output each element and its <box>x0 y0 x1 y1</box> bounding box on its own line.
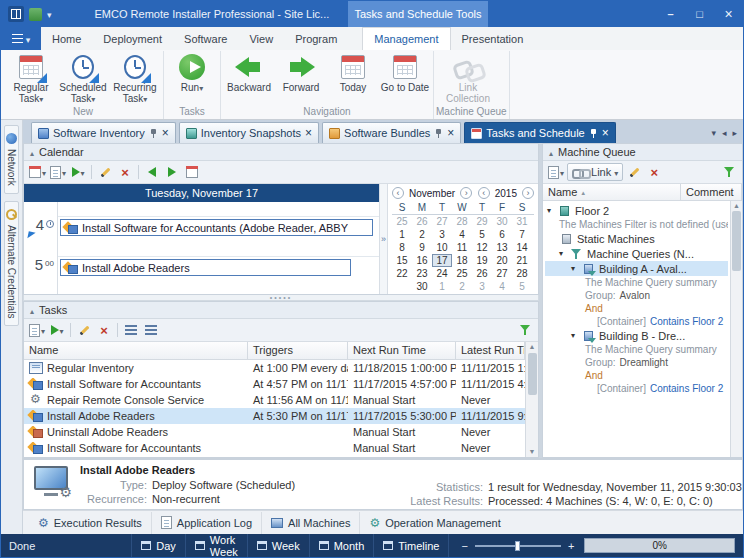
day-cell[interactable]: 10 <box>432 241 452 254</box>
collapse-icon[interactable] <box>30 304 34 316</box>
ribbon-tab-view[interactable]: View <box>238 27 284 50</box>
day-cell[interactable]: 11 <box>452 241 472 254</box>
today-button[interactable]: Today <box>327 51 379 106</box>
delete-task-button[interactable] <box>95 321 113 339</box>
column-header-next-run-time[interactable]: Next Run Time <box>348 342 456 359</box>
day-cell[interactable]: 4 <box>452 228 472 241</box>
day-cell[interactable]: 22 <box>392 267 412 280</box>
day-cell[interactable]: 16 <box>412 254 432 267</box>
delete-button[interactable] <box>116 163 134 181</box>
new-queue-item-button[interactable] <box>547 163 565 181</box>
calendar-backward-button[interactable] <box>143 163 161 181</box>
zoom-in-button[interactable] <box>568 540 574 552</box>
day-cell[interactable]: 13 <box>492 241 512 254</box>
calendar-event[interactable]: Install Software for Accountants (Adobe … <box>60 219 373 236</box>
zoom-slider-thumb[interactable] <box>515 541 520 551</box>
time-slot-area[interactable]: Install Software for Accountants (Adobe … <box>58 202 379 294</box>
link-collection-button[interactable]: Link Collection <box>436 51 500 106</box>
filter-button[interactable] <box>516 321 534 339</box>
day-cell[interactable] <box>392 280 412 293</box>
day-cell[interactable]: 30 <box>412 280 432 293</box>
tab-application-log[interactable]: Application Log <box>151 512 261 534</box>
detail-view-button[interactable] <box>142 321 160 339</box>
table-row[interactable]: Regular Inventory At 1:00 PM every day 1… <box>24 360 525 376</box>
doc-tab-inventory-snapshots[interactable]: Inventory Snapshots <box>179 122 319 143</box>
tree-item-building-a[interactable]: Building A - Aval... <box>545 261 728 276</box>
view-day-button[interactable]: Day <box>131 534 185 557</box>
filter-button[interactable] <box>720 163 738 181</box>
zoom-slider[interactable] <box>475 545 561 547</box>
view-week-button[interactable]: Week <box>247 534 309 557</box>
edit-queue-button[interactable] <box>625 163 643 181</box>
day-cell[interactable]: 30 <box>492 215 512 228</box>
next-month-icon[interactable]: › <box>460 187 472 199</box>
view-timeline-button[interactable]: Timeline <box>373 534 449 557</box>
tree-item-static-machines[interactable]: Static Machines <box>545 231 728 246</box>
ribbon-tab-management[interactable]: Management <box>362 27 450 50</box>
zoom-out-button[interactable] <box>461 540 467 552</box>
day-cell[interactable]: 28 <box>512 267 532 280</box>
collapse-icon[interactable] <box>549 146 553 158</box>
day-cell[interactable]: 28 <box>452 215 472 228</box>
scroll-thumb[interactable] <box>732 211 741 271</box>
calendar-view-button[interactable] <box>49 163 67 181</box>
new-appointment-button[interactable] <box>28 163 47 181</box>
day-cell[interactable]: 3 <box>432 228 452 241</box>
day-cell[interactable]: 29 <box>472 215 492 228</box>
calendar-event[interactable]: Install Adobe Readers <box>60 259 351 276</box>
pin-icon[interactable] <box>589 128 598 139</box>
day-cell[interactable]: 12 <box>472 241 492 254</box>
column-header-triggers[interactable]: Triggers <box>248 342 348 359</box>
tree-item-building-b[interactable]: Building B - Dre... <box>545 328 728 343</box>
table-row[interactable]: Install Software for Accountants At 4:57… <box>24 376 525 392</box>
qat-dropdown-caret-icon[interactable] <box>47 8 52 20</box>
qat-icon[interactable] <box>29 8 42 21</box>
scroll-tabs-right-icon[interactable]: ▸ <box>732 128 737 138</box>
expander-icon[interactable] <box>559 249 569 258</box>
scroll-down-icon[interactable]: ▼ <box>529 448 536 456</box>
day-cell[interactable]: 15 <box>392 254 412 267</box>
pin-icon[interactable] <box>149 128 158 139</box>
day-cell[interactable]: 7 <box>512 228 532 241</box>
calendar-panel-header[interactable]: Calendar <box>24 144 538 161</box>
tree-item-machine-queries[interactable]: Machine Queries (N... <box>545 246 728 261</box>
day-cell[interactable]: 1 <box>392 228 412 241</box>
day-cell[interactable]: 2 <box>452 280 472 293</box>
expander-icon[interactable] <box>571 264 581 273</box>
day-cell[interactable]: 2 <box>412 228 432 241</box>
ribbon-tab-presentation[interactable]: Presentation <box>451 27 535 50</box>
day-cell[interactable]: 26 <box>472 267 492 280</box>
run-task-button[interactable] <box>69 163 87 181</box>
prev-year-icon[interactable]: ‹ <box>478 187 490 199</box>
tasks-panel-header[interactable]: Tasks <box>24 302 538 319</box>
day-cell[interactable]: 1 <box>432 280 452 293</box>
tasks-scrollbar[interactable]: ▲ ▼ <box>525 342 538 457</box>
column-header-name[interactable]: Name <box>543 184 681 200</box>
ribbon-tab-home[interactable]: Home <box>41 27 92 50</box>
prev-month-icon[interactable]: ‹ <box>392 187 404 199</box>
scroll-thumb[interactable] <box>528 353 537 395</box>
day-cell[interactable]: 5 <box>472 228 492 241</box>
ribbon-tab-software[interactable]: Software <box>173 27 238 50</box>
scroll-tabs-left-icon[interactable]: ◂ <box>722 128 727 138</box>
selected-day-cell[interactable]: 17 <box>432 254 452 267</box>
expander-icon[interactable] <box>547 206 557 215</box>
close-tab-icon[interactable] <box>162 127 169 139</box>
column-header-name[interactable]: Name <box>24 342 248 359</box>
day-cell[interactable]: 18 <box>452 254 472 267</box>
doc-tab-software-bundles[interactable]: Software Bundles <box>322 122 461 143</box>
maximize-button[interactable] <box>685 1 714 27</box>
day-cell[interactable]: 19 <box>472 254 492 267</box>
run-task-button[interactable] <box>48 321 66 339</box>
doc-tab-tasks-and-schedule[interactable]: Tasks and Schedule <box>464 122 615 143</box>
day-cell[interactable]: 21 <box>512 254 532 267</box>
go-to-date-button[interactable]: Go to Date <box>379 51 431 106</box>
scroll-up-icon[interactable]: ▲ <box>529 343 536 351</box>
tab-execution-results[interactable]: Execution Results <box>29 512 151 534</box>
day-cell[interactable]: 26 <box>412 215 432 228</box>
next-year-icon[interactable]: › <box>522 187 534 199</box>
view-work-week-button[interactable]: Work Week <box>185 534 247 557</box>
recurring-task-button[interactable]: Recurring Task <box>109 51 161 106</box>
pin-icon[interactable] <box>434 128 443 139</box>
close-tab-icon[interactable] <box>602 127 609 139</box>
